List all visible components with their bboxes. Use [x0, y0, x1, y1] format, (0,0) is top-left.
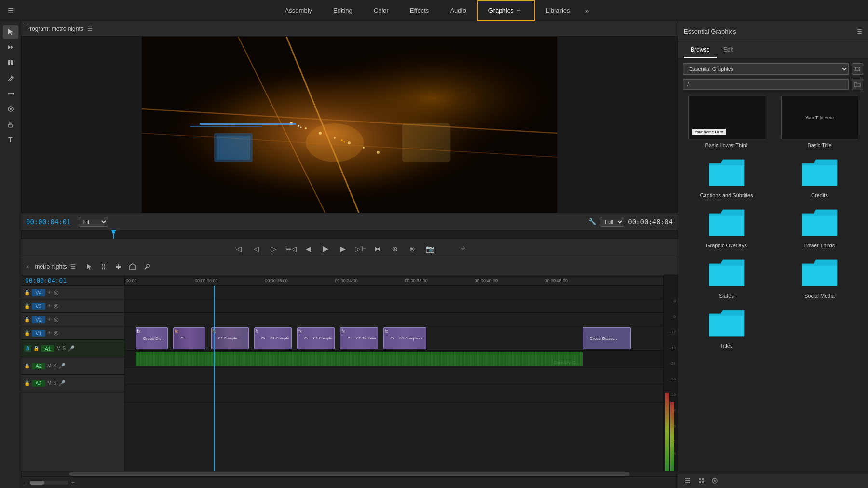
scroll-thumb[interactable] — [69, 472, 629, 476]
clip-cross-dissolve-start[interactable]: fx Cross Di… — [136, 327, 168, 349]
track-a1[interactable]: Constant G… — [125, 351, 663, 368]
track-v4[interactable] — [125, 286, 663, 299]
step-fwd-frame-button[interactable]: ▷ — [268, 243, 279, 255]
track-fwd-tool[interactable] — [3, 102, 18, 116]
template-thumb-basic-lower-third[interactable]: Your Name Here — [688, 96, 765, 139]
hand-tool[interactable] — [3, 118, 18, 131]
eg-grid-view-button[interactable] — [696, 476, 706, 486]
nav-item-effects[interactable]: Effects — [399, 0, 440, 21]
nav-item-editing[interactable]: Editing — [323, 0, 363, 21]
track-lock-a2[interactable]: 🔒 — [24, 363, 30, 368]
track-mute-v2[interactable]: ◎ — [54, 316, 59, 323]
track-mute-a1[interactable]: M — [56, 346, 60, 351]
track-mute-a2[interactable]: M — [47, 363, 51, 368]
add-button[interactable]: + — [461, 244, 466, 254]
eg-path-folder-icon[interactable] — [852, 79, 863, 90]
track-select-tool[interactable] — [3, 41, 18, 54]
play-fwd-button[interactable]: ▶ — [337, 243, 349, 255]
eg-tab-edit[interactable]: Edit — [717, 42, 740, 58]
scrubber-track[interactable] — [21, 230, 678, 239]
template-thumb-basic-title[interactable]: Your Title Here — [781, 96, 858, 139]
template-basic-title[interactable]: Your Title Here Basic Title — [776, 96, 863, 148]
clip-03[interactable]: fx Cr… 03-Comple… — [297, 327, 335, 349]
timeline-marker-tool[interactable] — [127, 261, 138, 272]
horizontal-scrollbar[interactable] — [21, 471, 678, 476]
track-mute-a3[interactable]: M — [47, 380, 51, 386]
track-lock-v1[interactable]: 🔒 — [24, 330, 30, 336]
timeline-menu-icon[interactable]: ☰ — [70, 263, 76, 270]
track-eye-v4[interactable]: 👁 — [47, 290, 52, 295]
track-a2[interactable] — [125, 368, 663, 385]
zoom-slider[interactable] — [30, 481, 44, 485]
template-basic-lower-third[interactable]: Your Name Here Basic Lower Third — [683, 96, 770, 148]
play-back-button[interactable]: ◀ — [302, 243, 314, 255]
monitor-menu-icon[interactable]: ☰ — [87, 26, 93, 32]
folder-graphic-overlays[interactable]: Graphic Overlays — [683, 206, 770, 248]
insert-button[interactable]: ⊕ — [389, 243, 401, 255]
eg-settings-button[interactable] — [710, 476, 719, 486]
overwrite-button[interactable]: ⊗ — [407, 243, 418, 255]
track-eye-v3[interactable]: 👁 — [47, 303, 52, 309]
step-back-frame-button[interactable]: ◁ — [250, 243, 262, 255]
eg-list-view-button[interactable] — [683, 476, 692, 486]
track-solo-a1[interactable]: S — [63, 346, 66, 351]
go-to-in-button[interactable]: ⊨◁ — [285, 243, 297, 255]
nav-item-audio[interactable]: Audio — [439, 0, 476, 21]
clip-06[interactable]: fx Cr… 06-Complex r… — [383, 327, 426, 349]
timeline-zoom-out[interactable]: - — [25, 479, 27, 486]
track-eye-v2[interactable]: 👁 — [47, 317, 52, 322]
timeline-ripple-tool[interactable] — [98, 261, 109, 272]
clip-02[interactable]: fx 02-Comple… — [211, 327, 249, 349]
track-mic-a2[interactable]: 🎤 — [58, 363, 66, 369]
slip-tool[interactable] — [3, 87, 18, 100]
track-eye-v1[interactable]: 👁 — [47, 330, 52, 336]
timeline-wrench-tool[interactable] — [141, 261, 153, 272]
track-mic-a3[interactable]: 🎤 — [58, 380, 66, 387]
nav-item-libraries[interactable]: Libraries — [535, 0, 581, 21]
track-a3[interactable] — [125, 385, 663, 403]
timeline-zoom-in[interactable]: + — [71, 479, 75, 486]
track-lock-v3[interactable]: 🔒 — [24, 303, 30, 309]
eg-panel-menu[interactable]: ☰ — [857, 28, 862, 35]
track-mic-a1[interactable]: 🎤 — [68, 345, 75, 352]
eg-path-input[interactable] — [683, 79, 849, 90]
track-v3[interactable] — [125, 299, 663, 313]
track-solo-a2[interactable]: S — [53, 363, 56, 368]
eg-source-icon[interactable] — [852, 63, 863, 75]
track-lock-v4[interactable]: 🔒 — [24, 290, 30, 295]
track-mute-v4[interactable]: ◎ — [54, 289, 59, 296]
clip-07[interactable]: fx Cr… 07-Sadovoe… — [340, 327, 378, 349]
select-tool[interactable] — [3, 25, 18, 39]
nav-item-graphics[interactable]: Graphics ☰ — [477, 0, 535, 21]
mark-in-button[interactable]: ◁ — [233, 243, 244, 255]
folder-social-media[interactable]: Social Media — [776, 256, 863, 298]
folder-lower-thirds[interactable]: Lower Thirds — [776, 206, 863, 248]
fit-dropdown[interactable]: Fit 25% 50% 75% 100% — [79, 217, 108, 227]
timeline-track-select-tool[interactable] — [112, 261, 124, 272]
eg-tab-browse[interactable]: Browse — [684, 42, 717, 58]
track-solo-a3[interactable]: S — [53, 380, 56, 386]
track-mute-v1[interactable]: ◎ — [54, 330, 59, 336]
nav-item-assembly[interactable]: Assembly — [274, 0, 323, 21]
clip-01[interactable]: fx Cr… 01-Comple… — [254, 327, 292, 349]
export-frame-button[interactable]: 📷 — [424, 243, 435, 255]
folder-slates[interactable]: Slates — [683, 256, 770, 298]
quality-dropdown[interactable]: Full 1/2 1/4 1/8 — [600, 217, 624, 227]
folder-titles[interactable]: Titles — [683, 306, 770, 349]
folder-credits[interactable]: Credits — [776, 156, 863, 198]
play-button[interactable]: ▶ — [320, 243, 331, 255]
folder-captions-subtitles[interactable]: Captions and Subtitles — [683, 156, 770, 198]
eg-source-dropdown[interactable]: Essential Graphics Local Templates Folde… — [683, 63, 849, 75]
wrench-icon[interactable]: 🔧 — [588, 218, 596, 225]
nav-item-color[interactable]: Color — [363, 0, 399, 21]
go-to-out-button[interactable]: ▷⊩ — [354, 243, 366, 255]
track-lock-v2[interactable]: 🔒 — [24, 317, 30, 322]
clip-cross-dissolve-end[interactable]: Cross Disso… — [583, 327, 631, 349]
type-tool[interactable]: T — [3, 133, 18, 147]
loop-button[interactable]: ⧓ — [372, 243, 383, 255]
track-lock-a3[interactable]: 🔒 — [24, 380, 30, 386]
pen-tool[interactable] — [3, 71, 18, 85]
timeline-selection-tool[interactable] — [83, 261, 95, 272]
nav-more-button[interactable]: » — [581, 7, 594, 14]
track-lock-a1[interactable]: 🔒 — [33, 346, 39, 351]
